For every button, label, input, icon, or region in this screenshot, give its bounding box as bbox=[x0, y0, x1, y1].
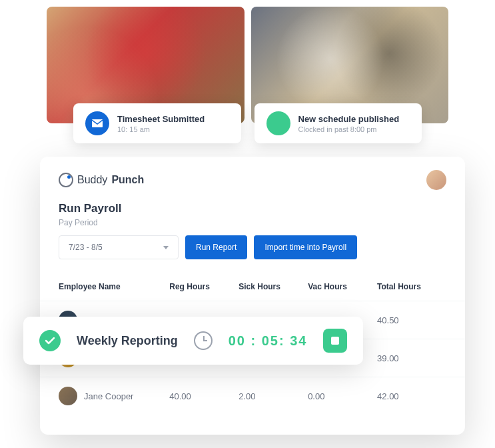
col-sick: Sick Hours bbox=[239, 282, 308, 291]
mail-icon bbox=[85, 111, 109, 135]
notification-row: Timesheet Submitted 10: 15 am New schedu… bbox=[0, 103, 495, 143]
notification-subtitle: Clocked in past 8:00 pm bbox=[298, 125, 400, 133]
import-payroll-button[interactable]: Import time into Payroll bbox=[254, 235, 357, 259]
employee-name: Jane Cooper bbox=[84, 391, 133, 401]
clock-icon bbox=[194, 331, 213, 350]
total-hours: 42.00 bbox=[377, 391, 446, 401]
run-report-button[interactable]: Run Report bbox=[185, 235, 247, 259]
section-title: Run Payroll bbox=[59, 202, 446, 215]
notification-title: Timesheet Submitted bbox=[117, 114, 205, 124]
brand-logo[interactable]: Buddy Punch bbox=[59, 173, 144, 187]
chevron-down-icon bbox=[163, 246, 169, 249]
employee-cell: Jane Cooper bbox=[59, 387, 169, 405]
reg-hours: 40.00 bbox=[169, 391, 239, 401]
notification-text: Timesheet Submitted 10: 15 am bbox=[117, 114, 205, 133]
col-vac: Vac Hours bbox=[308, 282, 377, 291]
status-dot-icon bbox=[266, 111, 290, 135]
notification-text: New schedule published Clocked in past 8… bbox=[298, 114, 400, 133]
clock-logo-icon bbox=[59, 173, 73, 187]
controls-row: 7/23 - 8/5 Run Report Import time into P… bbox=[59, 235, 446, 259]
notification-card-schedule[interactable]: New schedule published Clocked in past 8… bbox=[254, 103, 422, 143]
brand-name: Buddy bbox=[77, 174, 107, 186]
sick-hours: 2.00 bbox=[239, 391, 308, 401]
col-total: Total Hours bbox=[377, 282, 446, 291]
total-hours: 40.50 bbox=[377, 315, 446, 325]
col-reg: Reg Hours bbox=[169, 282, 239, 291]
brand-punch: Punch bbox=[111, 174, 144, 186]
table-header: Employee Name Reg Hours Sick Hours Vac H… bbox=[40, 273, 465, 301]
app-card: Buddy Punch Run Payroll Pay Period 7/23 … bbox=[40, 157, 465, 435]
user-avatar[interactable] bbox=[426, 170, 446, 190]
total-hours: 39.00 bbox=[377, 353, 446, 363]
pay-period-select[interactable]: 7/23 - 8/5 bbox=[59, 235, 179, 259]
notification-subtitle: 10: 15 am bbox=[117, 125, 205, 133]
notification-card-timesheet[interactable]: Timesheet Submitted 10: 15 am bbox=[73, 103, 241, 143]
reporting-title: Weekly Reporting bbox=[77, 334, 178, 348]
app-header: Buddy Punch bbox=[40, 170, 465, 202]
employee-avatar bbox=[59, 387, 77, 405]
payroll-section: Run Payroll Pay Period 7/23 - 8/5 Run Re… bbox=[40, 202, 465, 259]
timer-value: 00 : 05: 34 bbox=[229, 333, 308, 349]
notification-title: New schedule published bbox=[298, 114, 400, 124]
period-value: 7/23 - 8/5 bbox=[69, 243, 103, 252]
table-row[interactable]: Jane Cooper 40.00 2.00 0.00 42.00 bbox=[40, 377, 465, 415]
stop-button[interactable] bbox=[323, 329, 347, 353]
col-employee: Employee Name bbox=[59, 282, 169, 291]
vac-hours: 0.00 bbox=[308, 391, 377, 401]
svg-rect-0 bbox=[92, 119, 103, 127]
reporting-widget: Weekly Reporting 00 : 05: 34 bbox=[23, 317, 363, 365]
check-icon bbox=[39, 330, 61, 351]
period-label: Pay Period bbox=[59, 218, 446, 227]
